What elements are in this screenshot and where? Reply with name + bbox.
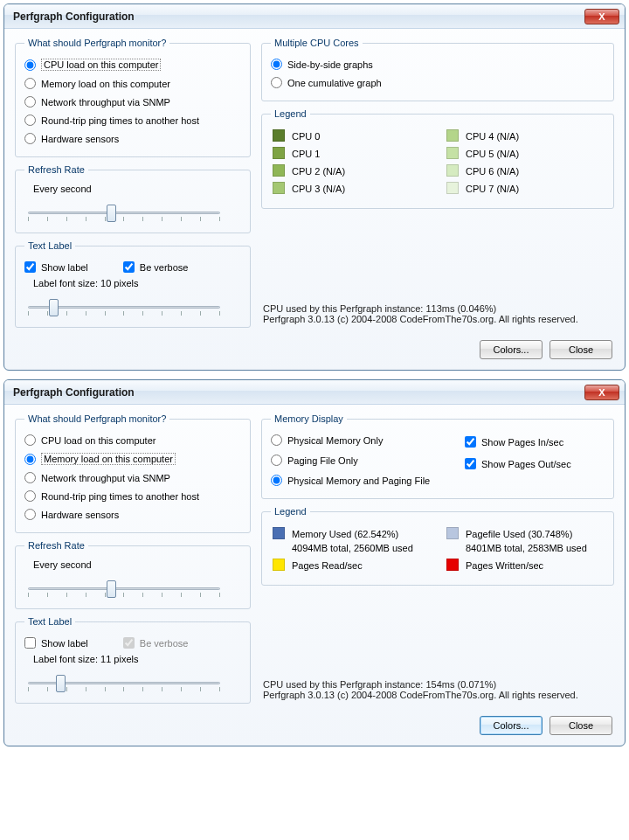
monitor-network-radio[interactable]: Network throughput via SNMP (24, 93, 241, 111)
colors-button[interactable]: Colors... (480, 340, 543, 359)
close-button[interactable]: Close (550, 340, 612, 359)
verbose-input[interactable] (123, 261, 135, 273)
show-label-check[interactable]: Show label (24, 258, 88, 276)
slider-thumb[interactable] (107, 205, 116, 222)
pageonly-radio[interactable]: Paging File Only (271, 451, 449, 469)
monitor-hw-input[interactable] (24, 133, 36, 144)
monitor-hw-radio[interactable]: Hardware sensors (24, 505, 241, 524)
pagesout-label: Show Pages Out/sec (481, 459, 571, 469)
verbose-check[interactable]: Be verbose (123, 258, 189, 276)
status-version: Perfgraph 3.0.13 (c) 2004-2008 CodeFromT… (263, 690, 612, 700)
physonly-label: Physical Memory Only (287, 435, 383, 446)
monitor-cpu-input[interactable] (24, 59, 36, 71)
both-radio[interactable]: Physical Memory and Paging File (271, 471, 449, 489)
cpu-legend-label: CPU 5 (N/A) (466, 147, 519, 161)
close-window-button[interactable]: X (584, 385, 619, 400)
colors-button[interactable]: Colors... (480, 716, 543, 735)
mem-used-swatch (273, 527, 285, 539)
titlebar[interactable]: Perfgraph Configuration X (4, 380, 625, 405)
cpu-legend-item: CPU 5 (N/A) (446, 147, 603, 161)
physonly-radio[interactable]: Physical Memory Only (271, 431, 449, 449)
pagesout-input[interactable] (465, 458, 476, 469)
monitor-memory-input[interactable] (24, 78, 36, 89)
cpu-legend-item: CPU 0 (273, 129, 429, 143)
monitor-ping-radio[interactable]: Round-trip ping times to another host (24, 487, 241, 505)
monitor-ping-label: Round-trip ping times to another host (41, 491, 199, 502)
textlabel-group: Text Label Show label Be verbose Label f… (15, 616, 251, 704)
both-input[interactable] (271, 475, 282, 486)
sidebyside-input[interactable] (271, 59, 282, 70)
monitor-ping-input[interactable] (24, 490, 36, 502)
cpucores-group: Multiple CPU Cores Side-by-side graphs O… (261, 38, 614, 101)
monitor-ping-input[interactable] (24, 115, 36, 126)
monitor-hw-radio[interactable]: Hardware sensors (24, 129, 241, 148)
slider-thumb[interactable] (107, 580, 116, 598)
memdisplay-group: Memory Display Physical Memory Only Pagi… (261, 413, 614, 499)
textlabel-group: Text Label Show label Be verbose Label f… (15, 240, 251, 328)
close-button[interactable]: Close (550, 716, 612, 735)
textlabel-legend: Text Label (24, 616, 75, 627)
fontsize-slider[interactable] (28, 297, 220, 316)
cpucores-legend: Multiple CPU Cores (271, 38, 363, 48)
monitor-hw-label: Hardware sensors (41, 134, 119, 144)
pages-written-swatch (446, 559, 459, 571)
monitor-cpu-radio[interactable]: CPU load on this computer (24, 431, 241, 449)
cpu-legend-group: Legend CPU 0CPU 4 (N/A)CPU 1CPU 5 (N/A)C… (261, 108, 614, 209)
sidebyside-radio[interactable]: Side-by-side graphs (271, 55, 605, 73)
cpu-legend-label: CPU 3 (N/A) (292, 182, 345, 196)
physonly-input[interactable] (271, 434, 282, 446)
close-icon: X (598, 11, 605, 22)
refresh-slider[interactable] (28, 579, 220, 598)
monitor-network-input[interactable] (24, 472, 36, 483)
close-window-button[interactable]: X (584, 9, 619, 24)
verbose-text: Be verbose (140, 262, 189, 273)
refresh-slider[interactable] (28, 203, 220, 222)
titlebar[interactable]: Perfgraph Configuration X (4, 4, 625, 29)
monitor-memory-radio[interactable]: Memory load on this computer (24, 449, 241, 469)
monitor-hw-label: Hardware sensors (41, 510, 119, 520)
refresh-group: Refresh Rate Every second (15, 540, 251, 609)
pagesin-label: Show Pages In/sec (481, 437, 563, 448)
cumulative-input[interactable] (271, 77, 282, 88)
cpu-legend-label: CPU 6 (N/A) (466, 164, 519, 178)
monitor-network-input[interactable] (24, 96, 36, 108)
monitor-cpu-label: CPU load on this computer (41, 59, 161, 71)
refresh-label: Every second (24, 182, 241, 198)
cpu-swatch (446, 182, 459, 194)
pagesin-input[interactable] (465, 436, 476, 448)
monitor-cpu-radio[interactable]: CPU load on this computer (24, 55, 241, 74)
monitor-memory-radio[interactable]: Memory load on this computer (24, 74, 241, 93)
pagesin-check[interactable]: Show Pages In/sec (465, 433, 605, 451)
legend-pages-read: Pages Read/sec (273, 559, 429, 573)
monitor-hw-input[interactable] (24, 509, 36, 520)
config-window-cpu: Perfgraph Configuration X What should Pe… (3, 3, 626, 371)
slider-thumb[interactable] (49, 299, 59, 316)
legend-mem-used: Memory Used (62.542%) 4094MB total, 2560… (273, 527, 429, 555)
config-window-memory: Perfgraph Configuration X What should Pe… (3, 379, 626, 746)
cpu-swatch (446, 147, 459, 159)
monitor-cpu-label: CPU load on this computer (41, 435, 156, 446)
slider-thumb[interactable] (56, 675, 66, 692)
verbose-input[interactable] (123, 637, 135, 649)
show-label-check[interactable]: Show label (24, 634, 88, 652)
show-label-input[interactable] (24, 637, 36, 649)
monitor-ping-radio[interactable]: Round-trip ping times to another host (24, 111, 241, 129)
monitor-cpu-input[interactable] (24, 434, 36, 446)
monitor-network-radio[interactable]: Network throughput via SNMP (24, 469, 241, 487)
pageonly-input[interactable] (271, 455, 282, 466)
show-label-text: Show label (41, 262, 88, 273)
verbose-check[interactable]: Be verbose (123, 634, 189, 652)
monitor-network-label: Network throughput via SNMP (41, 97, 170, 108)
monitor-memory-input[interactable] (24, 454, 36, 465)
show-label-input[interactable] (24, 261, 36, 273)
monitor-memory-label: Memory load on this computer (41, 453, 176, 465)
refresh-group: Refresh Rate Every second (15, 164, 251, 233)
pagesout-check[interactable]: Show Pages Out/sec (465, 455, 605, 473)
fontsize-label: Label font size: 11 pixels (24, 652, 241, 668)
refresh-legend: Refresh Rate (24, 164, 88, 175)
fontsize-slider[interactable] (28, 673, 220, 692)
cumulative-radio[interactable]: One cumulative graph (271, 73, 605, 92)
verbose-text: Be verbose (140, 638, 189, 649)
cpu-legend-label: CPU 0 (292, 129, 320, 143)
sidebyside-label: Side-by-side graphs (287, 59, 373, 70)
